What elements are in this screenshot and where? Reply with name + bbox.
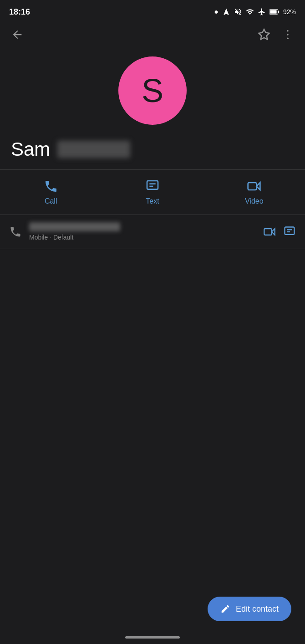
status-time: 18:16 [9, 7, 30, 17]
avatar-initial: S [142, 72, 163, 109]
contact-first-name: Sam [11, 138, 50, 160]
call-button[interactable]: Call [28, 179, 74, 205]
svg-rect-14 [285, 227, 295, 235]
navigation-icon [222, 8, 230, 16]
more-options-button[interactable] [278, 25, 298, 45]
text-label: Text [146, 197, 159, 205]
video-button[interactable]: Video [231, 179, 277, 205]
mute-icon [234, 8, 242, 16]
status-bar: 18:16 ● 92% [0, 0, 305, 22]
phone-info: Mobile · Default [29, 222, 256, 241]
edit-contact-button[interactable]: Edit contact [208, 597, 291, 621]
phone-entry: Mobile · Default [0, 215, 305, 249]
phone-text-button[interactable] [283, 225, 296, 238]
avatar: S [118, 56, 187, 125]
phone-actions [263, 225, 296, 238]
star-button[interactable] [254, 25, 274, 45]
battery-percent: 92% [283, 8, 296, 15]
svg-rect-12 [264, 229, 271, 235]
back-button[interactable] [7, 25, 27, 45]
action-buttons: Call Text Video [0, 170, 305, 215]
edit-icon [220, 604, 230, 614]
text-button[interactable]: Text [130, 179, 175, 205]
battery-icon [269, 9, 280, 15]
phone-video-button[interactable] [263, 225, 276, 238]
svg-rect-2 [278, 10, 279, 13]
video-label: Video [245, 197, 264, 205]
svg-point-5 [287, 34, 289, 36]
contact-last-name-blurred [57, 141, 130, 158]
svg-rect-7 [147, 181, 158, 189]
call-label: Call [45, 197, 57, 205]
svg-point-6 [287, 37, 289, 39]
video-icon [247, 179, 261, 194]
contact-name-row: Sam [0, 138, 305, 169]
home-indicator [125, 636, 180, 639]
airplane-icon [258, 8, 266, 16]
top-bar-right [254, 25, 298, 45]
svg-point-4 [287, 30, 289, 32]
call-icon [44, 179, 58, 194]
avatar-section: S [0, 47, 305, 138]
phone-number-blurred [29, 222, 120, 231]
svg-rect-1 [270, 10, 276, 14]
phone-label: Mobile · Default [29, 234, 73, 241]
svg-rect-10 [248, 183, 257, 190]
top-bar [0, 22, 305, 47]
edit-contact-label: Edit contact [236, 604, 279, 614]
spotify-icon: ● [214, 8, 219, 16]
text-icon [145, 179, 160, 194]
divider-3 [0, 249, 305, 249]
wifi-icon [246, 8, 254, 16]
phone-entry-icon [9, 225, 22, 238]
svg-marker-3 [259, 29, 269, 39]
status-icons: ● 92% [214, 8, 296, 16]
